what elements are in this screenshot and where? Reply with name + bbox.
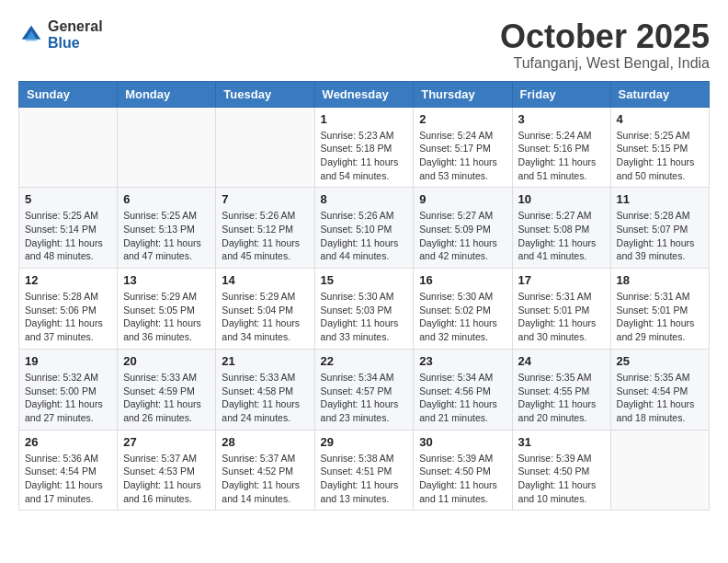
day-number: 24 xyxy=(518,354,605,368)
day-info: Sunrise: 5:24 AM Sunset: 5:16 PM Dayligh… xyxy=(518,129,605,183)
day-info: Sunrise: 5:28 AM Sunset: 5:06 PM Dayligh… xyxy=(25,290,111,344)
day-number: 3 xyxy=(518,112,605,126)
header-thursday: Thursday xyxy=(414,81,512,107)
day-number: 20 xyxy=(123,354,210,368)
week-row-1: 1Sunrise: 5:23 AM Sunset: 5:18 PM Daylig… xyxy=(19,107,710,188)
month-title: October 2025 xyxy=(500,18,710,55)
day-info: Sunrise: 5:36 AM Sunset: 4:54 PM Dayligh… xyxy=(25,452,111,506)
logo: General Blue xyxy=(18,18,103,51)
logo-blue: Blue xyxy=(48,35,103,52)
day-info: Sunrise: 5:39 AM Sunset: 4:50 PM Dayligh… xyxy=(518,452,605,506)
day-number: 12 xyxy=(25,273,111,287)
calendar-cell: 12Sunrise: 5:28 AM Sunset: 5:06 PM Dayli… xyxy=(19,269,118,350)
day-info: Sunrise: 5:23 AM Sunset: 5:18 PM Dayligh… xyxy=(321,129,408,183)
calendar-cell: 22Sunrise: 5:34 AM Sunset: 4:57 PM Dayli… xyxy=(314,349,414,430)
calendar-cell: 13Sunrise: 5:29 AM Sunset: 5:05 PM Dayli… xyxy=(118,269,216,350)
calendar-cell: 11Sunrise: 5:28 AM Sunset: 5:07 PM Dayli… xyxy=(610,188,709,269)
day-number: 1 xyxy=(321,112,408,126)
day-info: Sunrise: 5:26 AM Sunset: 5:12 PM Dayligh… xyxy=(222,209,308,263)
calendar-cell: 4Sunrise: 5:25 AM Sunset: 5:15 PM Daylig… xyxy=(610,107,709,188)
day-info: Sunrise: 5:30 AM Sunset: 5:03 PM Dayligh… xyxy=(321,290,408,344)
calendar-cell: 31Sunrise: 5:39 AM Sunset: 4:50 PM Dayli… xyxy=(512,430,610,511)
calendar-cell xyxy=(118,107,216,188)
day-info: Sunrise: 5:35 AM Sunset: 4:55 PM Dayligh… xyxy=(518,371,605,425)
calendar-cell: 2Sunrise: 5:24 AM Sunset: 5:17 PM Daylig… xyxy=(414,107,512,188)
calendar-cell xyxy=(610,430,709,511)
header-row: SundayMondayTuesdayWednesdayThursdayFrid… xyxy=(19,81,710,107)
calendar-cell: 5Sunrise: 5:25 AM Sunset: 5:14 PM Daylig… xyxy=(19,188,118,269)
day-info: Sunrise: 5:37 AM Sunset: 4:52 PM Dayligh… xyxy=(222,452,308,506)
header-sunday: Sunday xyxy=(19,81,118,107)
week-row-5: 26Sunrise: 5:36 AM Sunset: 4:54 PM Dayli… xyxy=(19,430,710,511)
calendar-cell: 29Sunrise: 5:38 AM Sunset: 4:51 PM Dayli… xyxy=(314,430,414,511)
calendar-cell: 1Sunrise: 5:23 AM Sunset: 5:18 PM Daylig… xyxy=(314,107,414,188)
day-number: 4 xyxy=(617,112,703,126)
day-number: 16 xyxy=(419,273,506,287)
day-info: Sunrise: 5:29 AM Sunset: 5:04 PM Dayligh… xyxy=(222,290,308,344)
day-info: Sunrise: 5:31 AM Sunset: 5:01 PM Dayligh… xyxy=(518,290,605,344)
calendar-cell: 21Sunrise: 5:33 AM Sunset: 4:58 PM Dayli… xyxy=(216,349,314,430)
calendar-cell: 15Sunrise: 5:30 AM Sunset: 5:03 PM Dayli… xyxy=(314,269,414,350)
day-number: 15 xyxy=(321,273,408,287)
calendar-cell: 20Sunrise: 5:33 AM Sunset: 4:59 PM Dayli… xyxy=(118,349,216,430)
day-number: 6 xyxy=(123,192,210,206)
calendar-cell: 8Sunrise: 5:26 AM Sunset: 5:10 PM Daylig… xyxy=(314,188,414,269)
day-number: 31 xyxy=(518,435,605,449)
day-info: Sunrise: 5:27 AM Sunset: 5:08 PM Dayligh… xyxy=(518,209,605,263)
calendar-cell: 16Sunrise: 5:30 AM Sunset: 5:02 PM Dayli… xyxy=(414,269,512,350)
day-info: Sunrise: 5:34 AM Sunset: 4:57 PM Dayligh… xyxy=(321,371,408,425)
day-number: 8 xyxy=(321,192,408,206)
day-info: Sunrise: 5:28 AM Sunset: 5:07 PM Dayligh… xyxy=(617,209,703,263)
calendar-cell xyxy=(216,107,314,188)
day-info: Sunrise: 5:27 AM Sunset: 5:09 PM Dayligh… xyxy=(419,209,506,263)
title-block: October 2025 Tufanganj, West Bengal, Ind… xyxy=(500,18,710,72)
day-info: Sunrise: 5:39 AM Sunset: 4:50 PM Dayligh… xyxy=(419,452,506,506)
calendar-cell: 6Sunrise: 5:25 AM Sunset: 5:13 PM Daylig… xyxy=(118,188,216,269)
logo-icon xyxy=(18,22,44,48)
day-info: Sunrise: 5:32 AM Sunset: 5:00 PM Dayligh… xyxy=(25,371,111,425)
calendar-cell: 14Sunrise: 5:29 AM Sunset: 5:04 PM Dayli… xyxy=(216,269,314,350)
calendar-cell: 3Sunrise: 5:24 AM Sunset: 5:16 PM Daylig… xyxy=(512,107,610,188)
calendar-cell: 27Sunrise: 5:37 AM Sunset: 4:53 PM Dayli… xyxy=(118,430,216,511)
day-info: Sunrise: 5:25 AM Sunset: 5:13 PM Dayligh… xyxy=(123,209,210,263)
day-number: 30 xyxy=(419,435,506,449)
day-info: Sunrise: 5:38 AM Sunset: 4:51 PM Dayligh… xyxy=(321,452,408,506)
day-number: 22 xyxy=(321,354,408,368)
day-number: 7 xyxy=(222,192,308,206)
day-info: Sunrise: 5:24 AM Sunset: 5:17 PM Dayligh… xyxy=(419,129,506,183)
day-info: Sunrise: 5:29 AM Sunset: 5:05 PM Dayligh… xyxy=(123,290,210,344)
day-info: Sunrise: 5:25 AM Sunset: 5:14 PM Dayligh… xyxy=(25,209,111,263)
calendar-cell: 24Sunrise: 5:35 AM Sunset: 4:55 PM Dayli… xyxy=(512,349,610,430)
page-header: General Blue October 2025 Tufanganj, Wes… xyxy=(18,18,710,72)
day-number: 28 xyxy=(222,435,308,449)
calendar-cell: 28Sunrise: 5:37 AM Sunset: 4:52 PM Dayli… xyxy=(216,430,314,511)
calendar-cell: 23Sunrise: 5:34 AM Sunset: 4:56 PM Dayli… xyxy=(414,349,512,430)
location: Tufanganj, West Bengal, India xyxy=(500,55,710,72)
day-number: 5 xyxy=(25,192,111,206)
header-monday: Monday xyxy=(118,81,216,107)
calendar-cell: 30Sunrise: 5:39 AM Sunset: 4:50 PM Dayli… xyxy=(414,430,512,511)
day-number: 9 xyxy=(419,192,506,206)
calendar-cell: 25Sunrise: 5:35 AM Sunset: 4:54 PM Dayli… xyxy=(610,349,709,430)
day-info: Sunrise: 5:26 AM Sunset: 5:10 PM Dayligh… xyxy=(321,209,408,263)
day-number: 26 xyxy=(25,435,111,449)
day-info: Sunrise: 5:37 AM Sunset: 4:53 PM Dayligh… xyxy=(123,452,210,506)
day-number: 2 xyxy=(419,112,506,126)
day-number: 10 xyxy=(518,192,605,206)
week-row-2: 5Sunrise: 5:25 AM Sunset: 5:14 PM Daylig… xyxy=(19,188,710,269)
day-info: Sunrise: 5:31 AM Sunset: 5:01 PM Dayligh… xyxy=(617,290,703,344)
day-info: Sunrise: 5:33 AM Sunset: 4:59 PM Dayligh… xyxy=(123,371,210,425)
calendar-cell: 18Sunrise: 5:31 AM Sunset: 5:01 PM Dayli… xyxy=(610,269,709,350)
day-info: Sunrise: 5:35 AM Sunset: 4:54 PM Dayligh… xyxy=(617,371,703,425)
day-number: 14 xyxy=(222,273,308,287)
day-number: 27 xyxy=(123,435,210,449)
day-info: Sunrise: 5:33 AM Sunset: 4:58 PM Dayligh… xyxy=(222,371,308,425)
logo-text: General Blue xyxy=(48,18,103,51)
day-number: 23 xyxy=(419,354,506,368)
calendar-body: 1Sunrise: 5:23 AM Sunset: 5:18 PM Daylig… xyxy=(19,107,710,511)
day-number: 13 xyxy=(123,273,210,287)
week-row-4: 19Sunrise: 5:32 AM Sunset: 5:00 PM Dayli… xyxy=(19,349,710,430)
calendar-header: SundayMondayTuesdayWednesdayThursdayFrid… xyxy=(19,81,710,107)
calendar-table: SundayMondayTuesdayWednesdayThursdayFrid… xyxy=(18,81,710,511)
header-wednesday: Wednesday xyxy=(314,81,414,107)
